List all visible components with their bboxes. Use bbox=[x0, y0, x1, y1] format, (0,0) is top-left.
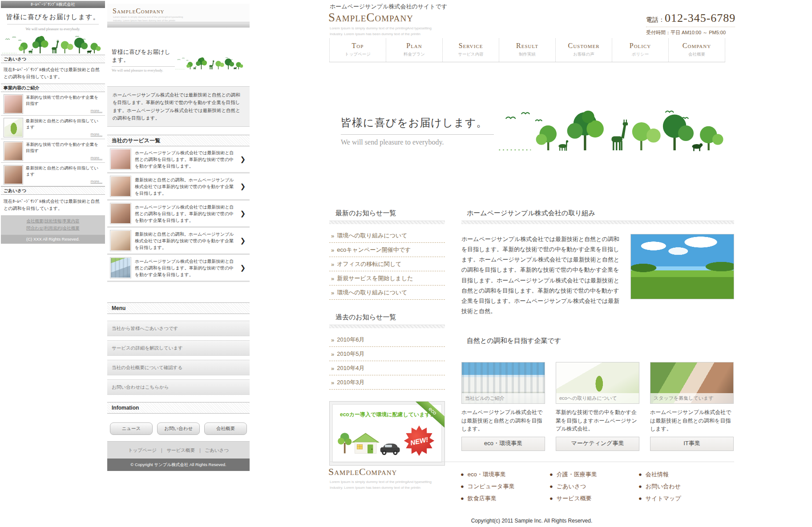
bullet-icon: ● bbox=[461, 483, 464, 490]
new-badge-icon bbox=[403, 425, 435, 457]
main-column: ホームページサンプル株式会社の取り組み ホームページサンプル株式会社では最新技術… bbox=[461, 209, 734, 451]
bullet-icon: ● bbox=[638, 483, 642, 490]
nav-item-policy[interactable]: Policy ポリシー bbox=[612, 38, 669, 62]
footer-logo[interactable]: SampleCompany bbox=[328, 466, 397, 478]
feature-card: 当社ビルのご紹介 ホームページサンプル株式会社では最新技術と自然との調和を目指し… bbox=[461, 362, 545, 451]
company-logo[interactable]: SampleCompany bbox=[328, 11, 413, 24]
double-arrow-icon: » bbox=[331, 351, 334, 358]
footer-link[interactable]: ●飲食店事業 bbox=[461, 495, 514, 503]
archive-section: 過去のお知らせ一覧 »2010年6月 »2010年5月 »2010年4月 »20… bbox=[329, 313, 445, 390]
footer-link-label: サイトマップ bbox=[646, 495, 681, 502]
nav-item-plan[interactable]: Plan 料金プラン bbox=[386, 38, 443, 62]
footer-link[interactable]: ●コンピュータ事業 bbox=[461, 483, 514, 491]
archive-link[interactable]: »2010年6月 bbox=[329, 333, 445, 347]
footer-link-label: コンピュータ事業 bbox=[468, 483, 515, 490]
nav-label-en: Result bbox=[499, 42, 555, 50]
news-link-label: 環境への取り組みについて bbox=[337, 232, 407, 240]
double-arrow-icon: » bbox=[331, 247, 334, 253]
business-hours: 受付時間：平日 AM10:00 ～ PM5:00 bbox=[646, 27, 735, 36]
it-business-button[interactable]: IT事業 bbox=[650, 437, 734, 451]
nav-item-result[interactable]: Result 制作実績 bbox=[499, 38, 556, 62]
nav-label-jp: トップページ bbox=[330, 52, 386, 57]
card-photo: 当社ビルのご紹介 bbox=[461, 362, 545, 404]
footer-divider bbox=[329, 462, 734, 462]
double-arrow-icon: » bbox=[331, 261, 334, 268]
nav-item-top[interactable]: Top トップページ bbox=[329, 38, 386, 62]
nav-item-customer[interactable]: Customer お客様の声 bbox=[556, 38, 612, 62]
nav-label-jp: サービス内容 bbox=[443, 52, 499, 57]
double-arrow-icon: » bbox=[331, 275, 334, 282]
footer-link[interactable]: ●サイトマップ bbox=[638, 495, 681, 503]
main-nav: Top トップページ Plan 料金プラン Service サービス内容 Res… bbox=[329, 38, 725, 62]
news-link[interactable]: »環境への取り組みについて bbox=[329, 286, 445, 300]
footer-link[interactable]: ●サービス概要 bbox=[549, 495, 597, 503]
eco-banner[interactable]: ecoカー導入で環境に配慮しています。 eco bbox=[329, 401, 445, 466]
site-tagline: ホームページサンプル株式会社のサイトです bbox=[330, 3, 447, 11]
news-link-label: オフィスの移転に関して bbox=[337, 260, 401, 268]
footer-link-label: 介護・医療事業 bbox=[557, 471, 597, 478]
footer-link[interactable]: ●介護・医療事業 bbox=[549, 471, 597, 479]
footer-link-label: eco・環境事業 bbox=[468, 471, 506, 478]
nav-label-jp: 料金プラン bbox=[386, 52, 442, 57]
news-link[interactable]: »新規サービスを開始しました bbox=[329, 271, 445, 286]
news-link[interactable]: »ecoキャンペーン開催中です bbox=[329, 243, 445, 257]
feature-cards: 当社ビルのご紹介 ホームページサンプル株式会社では最新技術と自然との調和を目指し… bbox=[461, 362, 734, 451]
phone-label: 電話： bbox=[646, 16, 665, 23]
card-caption: ecoへの取り組みについて bbox=[556, 393, 639, 403]
archive-link-label: 2010年4月 bbox=[337, 364, 364, 372]
news-link[interactable]: »オフィスの移転に関して bbox=[329, 257, 445, 271]
phone-number: 012-345-6789 bbox=[665, 12, 735, 24]
card-text: ホームページサンプル株式会社では最新技術と自然との調和を目指します。 bbox=[650, 408, 734, 433]
news-link-label: ecoキャンペーン開催中です bbox=[337, 246, 411, 254]
feature-card: ecoへの取り組みについて 革新的な技術で世の中を動かす企業を目指しますホームペ… bbox=[556, 362, 639, 451]
archive-link[interactable]: »2010年4月 bbox=[329, 361, 445, 375]
footer-link[interactable]: ●お問い合わせ bbox=[638, 483, 681, 491]
news-heading: 最新のお知らせ一覧 bbox=[329, 209, 445, 217]
desktop-hero-title: 皆様に喜びをお届けします。 bbox=[341, 116, 494, 135]
double-arrow-icon: » bbox=[331, 365, 334, 372]
news-link-label: 環境への取り組みについて bbox=[337, 289, 407, 297]
card-caption: 当社ビルのご紹介 bbox=[462, 393, 545, 403]
logo-tagline: Lorem Ipsum is simply dummy text of the … bbox=[330, 26, 432, 37]
nav-label-en: Customer bbox=[556, 42, 612, 50]
nav-item-company[interactable]: Company 会社概要 bbox=[669, 38, 725, 62]
nav-label-en: Policy bbox=[612, 42, 668, 50]
nav-label-jp: 制作実績 bbox=[499, 52, 555, 57]
footer-logo-tagline: Lorem Ipsum is simply dummy text of the … bbox=[330, 479, 432, 491]
bullet-icon: ● bbox=[638, 471, 642, 478]
phone-block: 電話：012-345-6789 受付時間：平日 AM10:00 ～ PM5:00 bbox=[646, 12, 735, 36]
footer-link[interactable]: ●会社情報 bbox=[638, 471, 681, 479]
desktop-view: ホームページサンプル株式会社のサイトです SampleCompany Lorem… bbox=[0, 0, 812, 527]
news-column: 最新のお知らせ一覧 »環境への取り組みについて »ecoキャンペーン開催中です … bbox=[329, 209, 445, 466]
news-link[interactable]: »環境への取り組みについて bbox=[329, 229, 445, 243]
double-arrow-icon: » bbox=[331, 379, 334, 386]
double-arrow-icon: » bbox=[331, 290, 334, 296]
eco-business-button[interactable]: eco・環境事業 bbox=[461, 437, 545, 451]
bullet-icon: ● bbox=[461, 471, 464, 478]
marketing-business-button[interactable]: マーケティング事業 bbox=[556, 437, 639, 451]
bullet-icon: ● bbox=[549, 495, 553, 502]
archive-link[interactable]: »2010年5月 bbox=[329, 347, 445, 361]
footer-link[interactable]: ●ごあいさつ bbox=[549, 483, 597, 491]
heading-underline bbox=[461, 221, 734, 224]
field-photo bbox=[630, 234, 734, 299]
card-photo: ecoへの取り組みについて bbox=[556, 362, 639, 404]
nav-label-jp: お客様の声 bbox=[556, 52, 612, 57]
harmony-heading: 自然との調和を目指す企業です bbox=[461, 337, 734, 345]
bullet-icon: ● bbox=[638, 495, 642, 502]
archive-list: »2010年6月 »2010年5月 »2010年4月 »2010年3月 bbox=[329, 333, 445, 390]
feature-card: スタッフを募集しています ホームページサンプル株式会社では最新技術と自然との調和… bbox=[650, 362, 734, 451]
bullet-icon: ● bbox=[549, 471, 553, 478]
card-caption: スタッフを募集しています bbox=[650, 393, 733, 403]
nav-item-service[interactable]: Service サービス内容 bbox=[443, 38, 499, 62]
initiatives-row: ホームページサンプル株式会社では最新技術と自然との調和を目指します。革新的な技術… bbox=[461, 234, 734, 316]
nav-label-en: Service bbox=[443, 42, 499, 50]
archive-link[interactable]: »2010年3月 bbox=[329, 375, 445, 390]
footer-link[interactable]: ●eco・環境事業 bbox=[461, 471, 514, 479]
footer-links-column: ●会社情報 ●お問い合わせ ●サイトマップ bbox=[638, 471, 681, 507]
archive-heading: 過去のお知らせ一覧 bbox=[329, 313, 445, 322]
nav-label-en: Plan bbox=[386, 42, 442, 50]
initiatives-heading: ホームページサンプル株式会社の取り組み bbox=[461, 209, 734, 217]
footer-links-column: ●eco・環境事業 ●コンピュータ事業 ●飲食店事業 bbox=[461, 471, 514, 507]
nav-label-en: Top bbox=[330, 42, 386, 50]
